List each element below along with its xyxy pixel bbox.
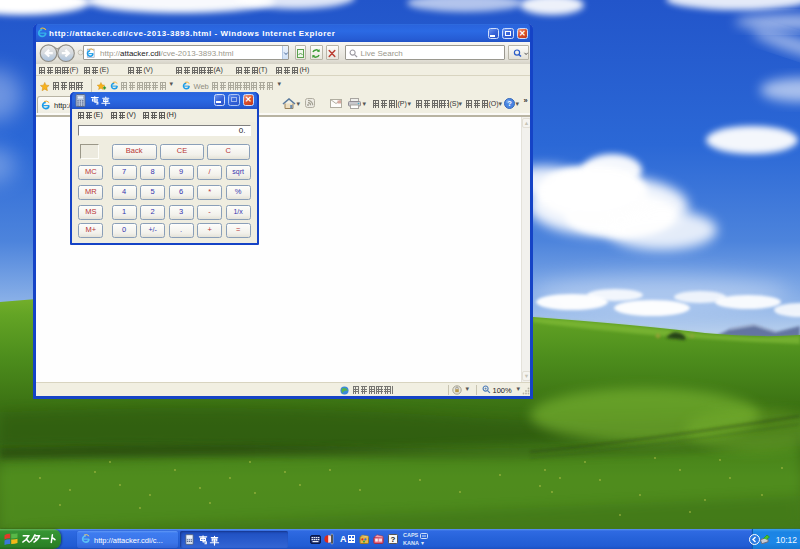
svg-text:?: ? [391, 535, 396, 544]
svg-text:?: ? [507, 99, 512, 108]
